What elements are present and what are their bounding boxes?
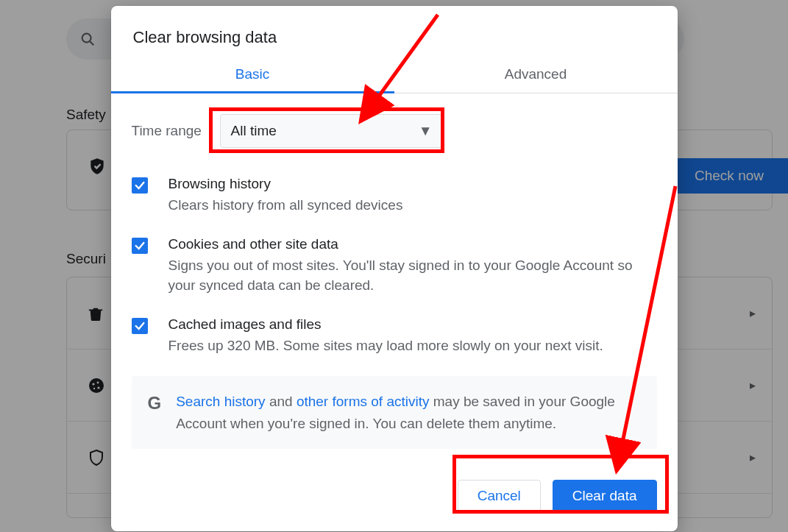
time-range-value: All time	[231, 123, 277, 139]
cancel-button[interactable]: Cancel	[458, 480, 541, 512]
cache-title: Cached images and files	[168, 316, 603, 333]
browsing-history-desc: Clears history from all synced devices	[168, 195, 403, 216]
dialog-title: Clear browsing data	[111, 6, 678, 59]
clear-data-button[interactable]: Clear data	[553, 480, 657, 512]
clear-browsing-data-dialog: Clear browsing data Basic Advanced Time …	[111, 6, 678, 531]
cookies-checkbox[interactable]	[132, 238, 148, 254]
other-activity-link[interactable]: other forms of activity	[297, 394, 430, 409]
cookies-title: Cookies and other site data	[168, 236, 657, 252]
cookies-desc: Signs you out of most sites. You'll stay…	[168, 255, 657, 296]
google-account-notice: G Search history and other forms of acti…	[132, 376, 657, 449]
cache-desc: Frees up 320 MB. Some sites may load mor…	[168, 336, 603, 356]
time-range-label: Time range	[132, 123, 220, 139]
time-range-select[interactable]: All time ▼	[220, 114, 444, 148]
dialog-scroll-body[interactable]: Time range All time ▼ Browsing history C…	[111, 93, 678, 467]
tab-advanced[interactable]: Advanced	[394, 59, 678, 93]
google-g-icon: G	[148, 389, 162, 434]
browsing-history-title: Browsing history	[168, 176, 403, 192]
search-history-link[interactable]: Search history	[176, 394, 265, 409]
browsing-history-checkbox[interactable]	[132, 177, 148, 194]
tab-basic[interactable]: Basic	[111, 59, 394, 93]
cache-checkbox[interactable]	[132, 318, 148, 334]
chevron-down-icon: ▼	[419, 123, 433, 139]
